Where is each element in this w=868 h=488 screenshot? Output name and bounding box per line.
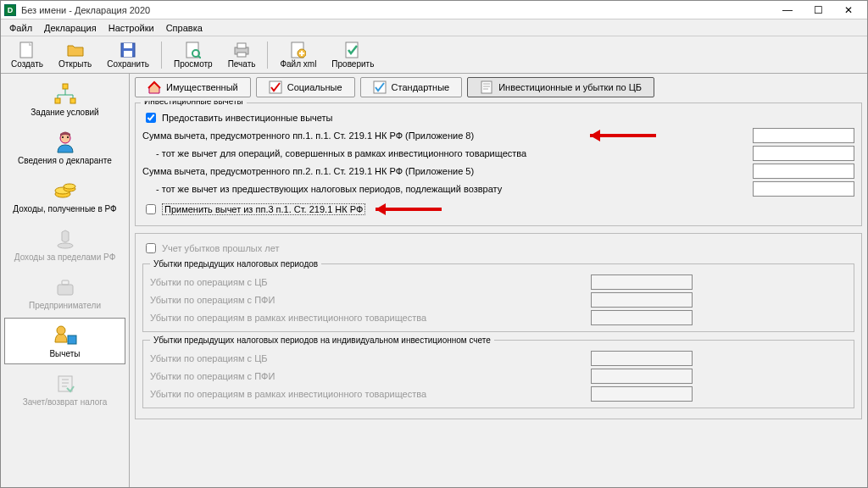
provide-investment-checkbox[interactable]: Предоставить инвестиционные вычеты — [142, 110, 854, 125]
sidebar: Задание условий Сведения о декларанте До… — [1, 74, 130, 487]
house-icon — [147, 80, 161, 94]
row1a-input[interactable] — [753, 146, 854, 161]
svg-rect-15 — [70, 98, 75, 103]
menu-help[interactable]: Справка — [161, 21, 208, 35]
row1a-label: - тот же вычет для операций, совершенных… — [142, 148, 583, 158]
menu-settings[interactable]: Настройки — [103, 21, 159, 35]
sidebar-item-refund[interactable]: Зачет/возврат налога — [4, 366, 125, 413]
svg-point-17 — [62, 136, 64, 138]
svg-point-18 — [67, 136, 69, 138]
row1-input[interactable] — [753, 128, 854, 143]
new-icon — [19, 42, 36, 58]
minimize-button[interactable]: — — [772, 2, 803, 19]
deductions-icon — [53, 324, 78, 347]
save-icon — [120, 42, 136, 58]
svg-rect-2 — [124, 43, 132, 48]
row1-label: Сумма вычета, предусмотренного пп.1. п.1… — [142, 130, 583, 141]
row2-input[interactable] — [753, 164, 854, 179]
tabbar: Имущественный Социальные Стандартные Инв… — [130, 74, 867, 101]
menu-file[interactable]: Файл — [4, 21, 37, 35]
xml-icon — [290, 42, 307, 58]
row2a-label: - тот же вычет из предшествующих налогов… — [142, 184, 583, 194]
maximize-button[interactable]: ☐ — [803, 2, 833, 19]
save-button[interactable]: Сохранить — [100, 40, 156, 70]
sidebar-item-income-rf[interactable]: Доходы, полученные в РФ — [4, 173, 125, 219]
row2a-input[interactable] — [753, 181, 854, 197]
svg-point-23 — [58, 243, 73, 248]
income-rf-icon — [53, 179, 78, 202]
refund-icon — [53, 372, 78, 396]
svg-rect-9 — [237, 53, 246, 57]
iis-periods-fieldset: Убытки предыдущих налоговых периодов на … — [142, 336, 854, 408]
check-icon — [344, 42, 361, 58]
window-title: Без имени - Декларация 2020 — [21, 5, 150, 15]
check-button[interactable]: Проверить — [325, 40, 381, 70]
svg-rect-25 — [62, 280, 69, 285]
open-button[interactable]: Открыть — [52, 40, 98, 70]
preview-icon — [185, 42, 202, 58]
tab-investment[interactable]: Инвестиционные и убытки по ЦБ — [467, 77, 654, 97]
xml-button[interactable]: Файл xml — [273, 40, 323, 70]
income-foreign-icon — [53, 227, 78, 251]
svg-line-6 — [198, 56, 201, 58]
prev-pfi-input[interactable] — [591, 292, 693, 308]
main-panel: Имущественный Социальные Стандартные Инв… — [130, 74, 867, 487]
conditions-icon — [53, 82, 78, 106]
investment-deductions-group: Инвестиционные вычеты Предоставить инвес… — [135, 103, 862, 226]
svg-rect-24 — [58, 285, 73, 295]
svg-rect-13 — [63, 84, 68, 89]
create-button[interactable]: Создать — [4, 40, 50, 70]
print-icon — [233, 42, 250, 58]
iis-cb-input[interactable] — [591, 351, 693, 366]
iis-it-input[interactable] — [591, 386, 693, 402]
check-doc-icon — [269, 80, 282, 94]
svg-rect-14 — [55, 98, 60, 103]
toolbar-separator — [161, 42, 162, 69]
sidebar-item-entrepreneur[interactable]: Предприниматели — [4, 269, 125, 316]
sidebar-item-declarant[interactable]: Сведения о декларанте — [4, 125, 125, 171]
losses-group: Учет убытков прошлых лет Убытки предыдущ… — [135, 233, 862, 419]
row2-label: Сумма вычета, предусмотренного пп.2. п.1… — [142, 166, 583, 176]
check-doc-blue-icon — [373, 80, 387, 94]
svg-rect-27 — [68, 336, 76, 344]
svg-rect-31 — [481, 81, 492, 93]
toolbar-separator — [267, 42, 268, 69]
svg-rect-8 — [237, 43, 246, 48]
print-button[interactable]: Печать — [221, 40, 263, 70]
prev-it-input[interactable] — [591, 310, 693, 325]
svg-rect-28 — [58, 376, 72, 391]
titlebar: D Без имени - Декларация 2020 — ☐ ✕ — [1, 1, 867, 19]
open-icon — [67, 42, 84, 58]
arrow-annotation-icon — [590, 130, 666, 141]
svg-point-26 — [57, 326, 65, 335]
sidebar-item-conditions[interactable]: Задание условий — [4, 76, 125, 123]
close-button[interactable]: ✕ — [833, 2, 864, 19]
sidebar-item-income-foreign[interactable]: Доходы за пределами РФ — [4, 221, 125, 268]
tab-standard[interactable]: Стандартные — [360, 77, 463, 97]
tab-social[interactable]: Социальные — [256, 77, 355, 97]
arrow-annotation-icon — [376, 203, 452, 215]
account-losses-checkbox[interactable]: Учет убытков прошлых лет — [142, 241, 854, 256]
apply-pp3-checkbox[interactable]: Применить вычет из пп.3 п.1. Ст. 219.1 Н… — [142, 202, 854, 217]
toolbar: Создать Открыть Сохранить Просмотр Печат… — [1, 36, 867, 74]
svg-rect-12 — [346, 42, 358, 58]
declarant-icon — [53, 130, 78, 154]
sidebar-item-deductions[interactable]: Вычеты — [4, 318, 125, 364]
prev-cb-input[interactable] — [591, 274, 693, 290]
doc-icon — [480, 80, 493, 94]
menubar: Файл Декларация Настройки Справка — [1, 19, 867, 36]
iis-pfi-input[interactable] — [591, 369, 693, 384]
menu-declaration[interactable]: Декларация — [39, 21, 102, 35]
preview-button[interactable]: Просмотр — [167, 40, 220, 70]
tab-property[interactable]: Имущественный — [135, 77, 251, 97]
svg-rect-3 — [124, 51, 132, 57]
svg-point-22 — [64, 184, 75, 189]
entrepreneur-icon — [53, 275, 78, 299]
prev-periods-fieldset: Убытки предыдущих налоговых периодов Убы… — [142, 259, 854, 332]
app-logo-icon: D — [4, 4, 16, 16]
